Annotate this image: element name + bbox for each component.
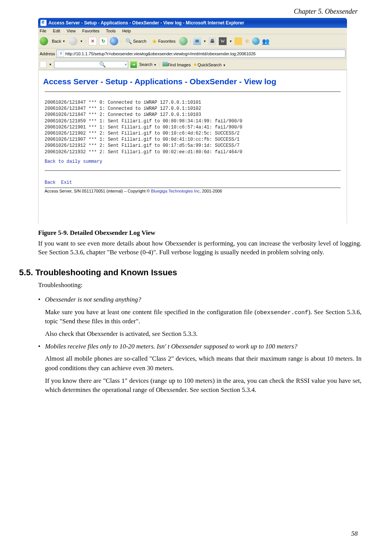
search-btn[interactable]: Search ▼ [139,62,157,67]
menu-favorites[interactable]: Favorites [82,29,100,33]
page-content: Access Server - Setup - Applications - O… [38,70,347,224]
question: Mobiles receive files only to 10-20 mete… [45,343,297,350]
globe-icon[interactable] [252,37,260,45]
window-title: Access Server - Setup - Applications - O… [48,20,244,26]
window-titlebar: Access Server - Setup - Applications - O… [38,18,347,28]
list-item: Obexsender is not sending anything? Make… [38,295,361,339]
browser-screenshot: Access Server - Setup - Applications - O… [38,18,347,224]
answer-para: If you know there are "Class 1" devices … [45,376,361,395]
toolbar-logo-icon[interactable] [40,61,47,68]
find-images-button[interactable]: Find Images [162,62,191,67]
divider [45,170,341,171]
menu-help[interactable]: Help [122,29,131,33]
address-label: Address [40,51,55,56]
history-icon[interactable] [179,37,188,45]
divider [45,92,341,92]
log-output: 20061026/121847 *** 0: Connected to iWRA… [39,94,347,155]
back-link[interactable]: Back [45,180,56,185]
back-summary-link[interactable]: Back to daily summary [39,155,108,168]
answer-para: Almost all mobile phones are so-called "… [45,354,361,373]
people-icon[interactable]: 👥 [262,38,270,45]
bluegiga-link[interactable]: Bluegiga Technologies Inc [151,189,200,193]
home-icon[interactable]: ⌂ [110,37,118,45]
print-icon[interactable]: 🖶 [209,37,216,45]
copyright: Access Server, S/N 0511170051 (internal)… [45,188,341,193]
favorites-button[interactable]: ★Favorites [150,37,177,46]
go-icon[interactable]: ➜ [130,61,137,68]
footer-links: Back Exit [39,173,347,186]
section-heading: 5.5. Troubleshooting and Known Issues [19,268,361,278]
feed-icon[interactable]: ⚛ [244,38,250,45]
troubleshooting-list: Obexsender is not sending anything? Make… [38,295,361,395]
stop-icon[interactable]: ✕ [88,37,97,45]
w-icon[interactable]: W [218,37,227,45]
url-text: http://10.1.1.75/setup?r=obexsender.view… [65,51,255,56]
mail-icon[interactable]: ✉ [193,37,201,45]
menu-view[interactable]: View [67,29,76,33]
ie-icon [40,20,47,26]
back-button[interactable]: Back ▼ [50,38,67,44]
menubar: File Edit View Favorites Tools Help [38,28,347,34]
figure-caption: Figure 5-9. Detailed Obexsender Log View [38,229,361,237]
address-input[interactable]: e http://10.1.1.75/setup?r=obexsender.vi… [56,50,345,58]
address-bar: Address e http://10.1.1.75/setup?r=obexs… [38,48,347,59]
folder-icon[interactable] [235,37,242,45]
menu-edit[interactable]: Edit [53,29,60,33]
quicksearch-button[interactable]: ★QuickSearch ▼ [193,62,226,67]
menu-tools[interactable]: Tools [106,29,116,33]
page-number: 58 [351,530,358,538]
forward-icon[interactable] [69,37,77,45]
toolbar: Back ▼ ▼ | ✕ ↻ ⌂ | 🔍Search ★Favorites | … [38,34,347,48]
page-heading: Access Server - Setup - Applications - O… [39,70,347,89]
chapter-header: Chapter 5. Obexsender [19,8,358,16]
list-item: Mobiles receive files only to 10-20 mete… [38,342,361,395]
exit-link[interactable]: Exit [61,180,72,185]
answer-para: Make sure you have at least one content … [45,308,361,326]
code-inline: obexsender.conf [257,310,308,316]
search-toolbar: ▼ 🔍 ▾ ➜ Search ▼ | Find Images ★QuickSea… [38,59,347,70]
refresh-icon[interactable]: ↻ [99,37,108,45]
answer-para: Also check that Obexsender is activated,… [45,329,361,339]
back-icon[interactable] [40,37,48,45]
troubleshooting-label: Troubleshooting: [38,281,361,290]
question: Obexsender is not sending anything? [45,296,141,303]
body-paragraph: If you want to see even more details abo… [38,239,361,257]
search-input[interactable]: 🔍 ▾ [54,61,128,68]
search-button[interactable]: 🔍Search [124,37,148,45]
menu-file[interactable]: File [40,29,47,33]
